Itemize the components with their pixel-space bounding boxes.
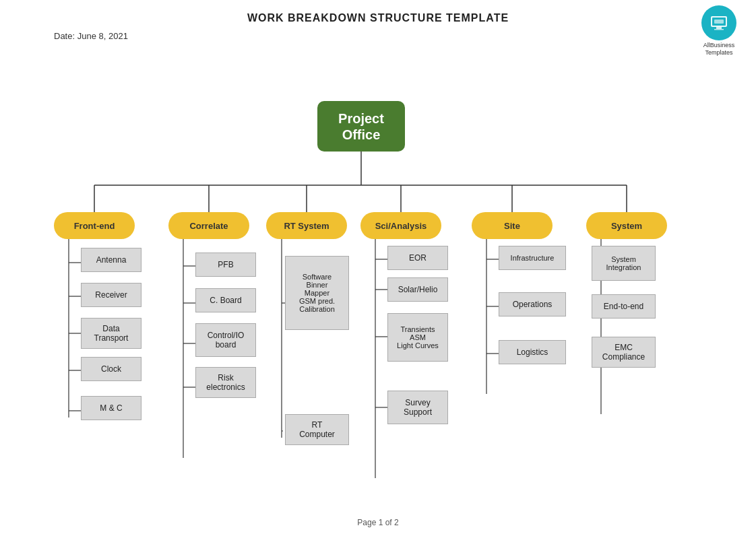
box-pfb: PFB: [195, 253, 256, 277]
oval-site: Site: [472, 212, 553, 239]
oval-scianalysis-label: Sci/Analysis: [375, 221, 427, 231]
box-riskelectronics: Riskelectronics: [195, 367, 256, 398]
root-node: ProjectOffice: [317, 101, 405, 152]
oval-system-label: System: [611, 221, 642, 231]
root-label: ProjectOffice: [338, 110, 384, 143]
svg-rect-2: [714, 29, 724, 30]
oval-system: System: [586, 212, 667, 239]
box-emccompliance: EMCCompliance: [592, 337, 656, 368]
box-operations: Operations: [499, 292, 566, 316]
page-footer: Page 1 of 2: [0, 518, 756, 527]
box-eor: EOR: [387, 246, 448, 270]
box-datatransport: DataTransport: [81, 318, 141, 349]
box-mc: M & C: [81, 396, 141, 420]
oval-correlate: Correlate: [168, 212, 249, 239]
oval-correlate-label: Correlate: [189, 221, 228, 231]
box-antenna: Antenna: [81, 248, 141, 272]
box-systemintegration: SystemIntegration: [592, 246, 656, 281]
oval-rtsystem: RT System: [266, 212, 347, 239]
wbs-diagram: ProjectOffice Front-end Correlate RT Sys…: [0, 47, 756, 507]
box-infrastructure: Infrastructure: [499, 246, 566, 270]
svg-rect-4: [714, 20, 724, 24]
box-receiver: Receiver: [81, 283, 141, 307]
oval-site-label: Site: [504, 221, 520, 231]
page-title: WORK BREAKDOWN STRUCTURE TEMPLATE: [0, 0, 756, 24]
svg-rect-1: [716, 27, 722, 29]
oval-scianalysis: Sci/Analysis: [360, 212, 441, 239]
box-solarhelio: Solar/Helio: [387, 277, 448, 302]
oval-frontend: Front-end: [54, 212, 135, 239]
oval-rtsystem-label: RT System: [284, 221, 329, 231]
box-logistics: Logistics: [499, 340, 566, 364]
oval-frontend-label: Front-end: [74, 221, 115, 231]
box-cboard: C. Board: [195, 288, 256, 312]
box-clock: Clock: [81, 357, 141, 381]
box-software: SoftwareBinnerMapperGSM pred.Calibration: [285, 256, 349, 330]
box-rtcomputer: RTComputer: [285, 414, 349, 445]
date-label: Date: June 8, 2021: [54, 31, 128, 41]
box-transients: TransientsASMLight Curves: [387, 313, 448, 362]
box-surveysupport: SurveySupport: [387, 391, 448, 424]
box-endtoend: End-to-end: [592, 294, 656, 319]
box-controlio: Control/IOboard: [195, 323, 256, 357]
